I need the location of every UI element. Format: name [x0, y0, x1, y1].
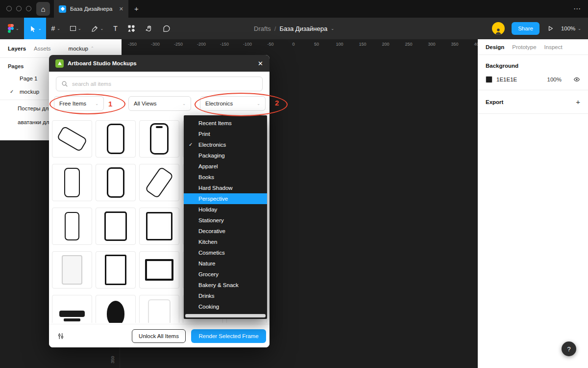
dropdown-item[interactable]: Print [184, 129, 267, 139]
resources-tool-button[interactable] [122, 18, 140, 39]
dropdown-item-highlighted[interactable]: Perspective [184, 193, 267, 204]
dropdown-scrollbar[interactable] [185, 314, 266, 317]
breadcrumb-project[interactable]: Drafts [254, 25, 271, 32]
dropdown-item[interactable]: Bakery & Snack [184, 280, 267, 290]
dropdown-item[interactable]: Cosmetics [184, 247, 267, 258]
mockup-thumbnail[interactable] [139, 164, 179, 201]
mockup-thumbnail[interactable] [139, 208, 179, 245]
mockup-thumbnail[interactable] [139, 120, 179, 158]
mockup-thumbnail[interactable] [52, 295, 92, 323]
dropdown-item[interactable]: Apparel [184, 161, 267, 172]
close-icon[interactable]: ✕ [258, 60, 263, 67]
window-minimize-button[interactable] [16, 6, 22, 11]
design-panel: Design Prototype Inspect Background 1E1E… [478, 39, 588, 368]
home-icon: ⌂ [41, 5, 45, 13]
tab-layers[interactable]: Layers [8, 46, 26, 52]
present-icon[interactable] [546, 25, 554, 32]
mockup-thumbnail[interactable] [96, 164, 136, 201]
ruler-tick-label: 250 [405, 42, 412, 47]
zoom-control[interactable]: 100% ⌄ [561, 26, 581, 31]
category-dropdown: Recent Items Print ✓ Electronics Packagi… [184, 115, 267, 319]
chevron-down-icon[interactable]: ⌄ [331, 26, 334, 31]
home-button[interactable]: ⌂ [36, 2, 50, 16]
dropdown-item[interactable]: Holiday [184, 204, 267, 215]
mockup-thumbnail[interactable] [52, 164, 92, 201]
file-tab-title: База Дизайнера [70, 6, 115, 12]
shape-tool-button[interactable]: ⌄ [65, 18, 86, 39]
file-tab[interactable]: База Дизайнера ✕ [54, 0, 128, 18]
hand-tool-button[interactable] [140, 18, 158, 39]
mockup-thumbnail[interactable] [139, 251, 179, 289]
background-section-title: Background [486, 63, 580, 69]
eye-icon[interactable] [573, 76, 580, 83]
dropdown-item[interactable]: Packaging [184, 150, 267, 161]
color-swatch[interactable] [486, 76, 492, 83]
annotation-circle-2 [195, 93, 288, 116]
comment-tool-button[interactable] [158, 18, 175, 39]
search-input[interactable] [72, 81, 257, 87]
window-close-button[interactable] [6, 6, 12, 11]
main-menu-button[interactable]: ⌄ [3, 18, 24, 39]
dropdown-item[interactable]: Kitchen [184, 237, 267, 247]
mouse-mockup [107, 301, 124, 323]
frame-tool-button[interactable]: # ⌄ [46, 18, 65, 39]
dropdown-item[interactable]: Books [184, 172, 267, 183]
chevron-up-icon: ⌃ [91, 46, 94, 51]
dropdown-item-checked[interactable]: ✓ Electronics [184, 139, 267, 150]
mockup-thumbnail[interactable] [52, 208, 92, 245]
help-button[interactable]: ? [562, 342, 576, 356]
ruler-tick-label: 0 [292, 42, 294, 47]
new-tab-button[interactable]: + [134, 4, 139, 13]
tab-assets[interactable]: Assets [34, 46, 51, 52]
annotation-circle-1 [49, 94, 125, 114]
tab-design[interactable]: Design [486, 44, 504, 50]
mockup-thumbnail[interactable] [96, 295, 136, 323]
tablet-mockup [104, 211, 127, 241]
mockup-thumbnail[interactable] [52, 120, 92, 158]
mockup-thumbnail[interactable] [96, 208, 136, 245]
add-export-button[interactable]: + [576, 98, 580, 106]
tab-close-icon[interactable]: ✕ [119, 6, 123, 12]
mockup-thumbnail[interactable] [52, 251, 92, 289]
filters-icon[interactable] [57, 332, 65, 340]
dropdown-item[interactable]: Hard Shadow [184, 183, 267, 193]
avatar[interactable] [492, 22, 505, 35]
dropdown-item[interactable]: Grocery [184, 269, 267, 280]
plugin-modal-header[interactable]: Artboard Studio Mockups ✕ [49, 55, 270, 72]
more-menu-button[interactable]: ⋯ [573, 4, 581, 13]
share-button[interactable]: Share [512, 22, 539, 35]
render-selected-frame-button[interactable]: Render Selected Frame [191, 329, 266, 343]
chevron-down-icon: ⌄ [100, 26, 104, 31]
ruler-tick-label: -300 [151, 42, 160, 47]
pen-tool-button[interactable]: ⌄ [86, 18, 109, 39]
tilted-phone-mockup [145, 166, 173, 199]
color-hex-value[interactable]: 1E1E1E [496, 77, 547, 82]
frame-icon: # [51, 25, 55, 32]
notch-phone-mockup [150, 123, 169, 155]
tablet-mockup [105, 255, 126, 285]
move-tool-button[interactable]: ⌄ [24, 18, 47, 39]
dropdown-item[interactable]: Recent Items [184, 118, 267, 129]
figma-logo-icon [8, 24, 14, 33]
dropdown-item[interactable]: Cooking [184, 301, 267, 312]
mockup-thumbnail[interactable] [96, 120, 136, 158]
window-maximize-button[interactable] [26, 6, 31, 11]
mockup-thumbnail[interactable] [139, 295, 179, 323]
dropdown-item[interactable]: Stationery [184, 215, 267, 226]
ruler-tick-label: 50 [314, 42, 319, 47]
tab-prototype[interactable]: Prototype [512, 44, 536, 50]
views-filter[interactable]: All Views ⌄ [128, 96, 191, 111]
mockup-thumbnail[interactable] [96, 251, 136, 289]
page-indicator[interactable]: mockup ⌃ [69, 46, 94, 52]
rectangle-icon [70, 26, 76, 31]
opacity-value[interactable]: 100% [547, 77, 562, 82]
search-box[interactable] [56, 77, 263, 91]
tab-inspect[interactable]: Inspect [544, 44, 563, 50]
text-tool-button[interactable]: T [108, 18, 122, 39]
dropdown-item[interactable]: Decorative [184, 226, 267, 237]
dropdown-item[interactable]: Drinks [184, 290, 267, 301]
dropdown-item[interactable]: Nature [184, 258, 267, 269]
vertical-ruler-tick-label: 350 [110, 356, 115, 363]
breadcrumb-file-name[interactable]: База Дизайнера [279, 25, 327, 32]
unlock-all-items-button[interactable]: Unlock All Items [132, 329, 186, 343]
